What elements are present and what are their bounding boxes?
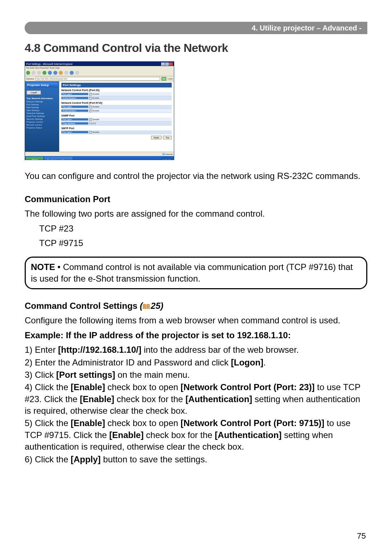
t: [Enable] xyxy=(109,430,144,440)
enable-label: Enable xyxy=(93,93,99,95)
sidebar-item-schedule-settings[interactable]: Schedule Settings xyxy=(26,112,58,114)
t: [Enable] xyxy=(71,418,105,428)
top-button[interactable]: Top xyxy=(163,136,172,139)
book-icon xyxy=(143,304,150,310)
comm-port-tcp9715: TCP #9715 xyxy=(39,237,367,249)
taskbar-task[interactable]: Port Settings - Micros... xyxy=(45,157,72,160)
enable-checkbox[interactable] xyxy=(89,110,92,112)
close-icon[interactable]: × xyxy=(169,62,173,66)
history-icon[interactable] xyxy=(64,71,68,75)
browser-menubar[interactable]: File Edit View Favorites Tools Help xyxy=(25,66,174,70)
enable-checkbox[interactable] xyxy=(89,97,92,99)
sidebar-item-datetime-settings[interactable]: Date/Time Settings xyxy=(26,115,58,117)
windows-taskbar: Start Port Settings - Micros... 9:42 AM xyxy=(25,156,174,160)
intro-paragraph: You can configure and control the projec… xyxy=(25,170,367,182)
sidebar-top-link[interactable]: Top: Network Information xyxy=(26,97,58,100)
note-box: NOTE • Command control is not available … xyxy=(25,257,367,290)
t: check box to open xyxy=(105,418,180,428)
go-button[interactable]: Go xyxy=(162,77,166,81)
ccs-heading-text: Command Control Settings xyxy=(25,301,140,311)
port-settings-panel: Port Settings Network Control Port1 (Por… xyxy=(59,81,174,152)
browser-statusbar: 🌐 Internet xyxy=(25,152,174,156)
section-ncport2: Network Control Port2 (Port:9715) xyxy=(61,102,172,104)
section-ncport1: Network Control Port1 (Port:23) xyxy=(61,89,172,91)
ccs-page-ref: 25 xyxy=(151,301,160,311)
t: [Authentication] xyxy=(215,430,282,440)
section-smtp: SMTP Port xyxy=(61,127,172,130)
step-1: 1) Enter [http://192.168.1.10/] into the… xyxy=(25,344,367,356)
taskbar-clock: 9:42 AM xyxy=(161,157,173,160)
t: on the main menu. xyxy=(115,370,189,380)
document-page: 4. Utilize projector – Advanced - 4.8 Co… xyxy=(0,0,392,556)
start-button[interactable]: Start xyxy=(26,157,43,160)
t: [Enable] xyxy=(80,394,114,404)
ncport1-port-open-row: Port openEnable xyxy=(61,92,172,96)
enable-label: Enable xyxy=(93,106,99,108)
row-label: Trap address xyxy=(61,122,88,124)
t: [Logon] xyxy=(231,357,263,367)
status-zone: 🌐 Internet xyxy=(162,153,173,155)
search-icon[interactable] xyxy=(53,71,57,75)
enable-checkbox[interactable] xyxy=(89,93,92,95)
row-label: Authentication xyxy=(61,110,88,112)
step-4: 4) Click the [Enable] check box to open … xyxy=(25,381,367,417)
t: [Authentication] xyxy=(185,394,252,404)
apply-button[interactable]: Apply xyxy=(151,136,162,139)
mail-icon[interactable] xyxy=(70,71,74,75)
address-label: Address xyxy=(26,78,34,80)
t: check box for the xyxy=(114,394,185,404)
logoff-button[interactable]: Logoff xyxy=(26,90,41,95)
forward-icon[interactable] xyxy=(32,71,36,75)
row-label: Port open xyxy=(61,118,88,120)
sidebar-item-remote-control[interactable]: Remote Control xyxy=(26,124,58,126)
back-icon[interactable] xyxy=(26,71,30,75)
sidebar-item-port-settings[interactable]: Port Settings xyxy=(26,103,58,106)
sidebar-item-mail-settings[interactable]: Mail Settings xyxy=(26,106,58,109)
comm-port-text: The following two ports are assigned for… xyxy=(25,208,367,220)
t: 5) Click the xyxy=(25,418,71,428)
enable-checkbox[interactable] xyxy=(89,131,92,134)
page-number: 75 xyxy=(357,531,366,541)
sidebar-item-security-settings[interactable]: Security Settings xyxy=(26,118,58,120)
step-3: 3) Click [Port settings] on the main men… xyxy=(25,369,367,381)
row-label: Port open xyxy=(61,106,88,108)
t: [Network Control Port (Port: 23)] xyxy=(181,382,315,392)
address-input[interactable]: http://192.168.1.10/admin/portset.html xyxy=(36,77,160,81)
home-icon[interactable] xyxy=(48,71,52,75)
maximize-icon[interactable]: □ xyxy=(165,62,169,66)
step-5: 5) Click the [Enable] check box to open … xyxy=(25,417,367,453)
embedded-browser-screenshot: Port Settings - Microsoft Internet Explo… xyxy=(25,61,174,160)
row-value: Enable xyxy=(88,110,101,112)
smtp-port-open-row: Port openEnable xyxy=(61,130,172,134)
sidebar-item-projector-status[interactable]: Projector Status xyxy=(26,127,58,129)
stop-icon[interactable] xyxy=(37,71,41,75)
t: [Enable] xyxy=(71,382,105,392)
row-label: Port open xyxy=(61,131,88,133)
sidebar-item-alert-settings[interactable]: Alert Settings xyxy=(26,109,58,111)
button-row: Apply Top xyxy=(61,136,172,139)
t: check box to open xyxy=(105,382,180,392)
address-bar-row: Address http://192.168.1.10/admin/portse… xyxy=(25,76,174,81)
enable-checkbox[interactable] xyxy=(89,106,92,108)
enable-label: Enable xyxy=(93,118,99,120)
links-label[interactable]: Links xyxy=(168,78,173,80)
sidebar-item-projector-control[interactable]: Projector Control xyxy=(26,121,58,123)
refresh-icon[interactable] xyxy=(42,71,46,75)
enable-label: Enable xyxy=(93,97,99,99)
sidebar-heading: Projector Setup xyxy=(26,83,58,87)
t: 4) Click the xyxy=(25,382,71,392)
t: 1) Enter xyxy=(25,345,58,355)
trap-address-value[interactable]: 0.0.0.0 xyxy=(88,122,97,124)
section-snmp: SNMP Port xyxy=(61,114,172,117)
row-value: Enable xyxy=(88,93,101,95)
minimize-icon[interactable]: _ xyxy=(161,62,165,66)
sidebar-item-network-settings[interactable]: Network Settings xyxy=(26,101,58,103)
ccs-example-bold: Example: If the IP address of the projec… xyxy=(25,330,291,340)
print-icon[interactable] xyxy=(75,71,79,75)
t: . xyxy=(264,357,266,367)
row-label: Authentication xyxy=(61,97,88,99)
enable-checkbox[interactable] xyxy=(89,118,92,121)
port-settings-title: Port Settings xyxy=(61,83,172,87)
step-2: 2) Enter the Administrator ID and Passwo… xyxy=(25,357,367,368)
favorites-icon[interactable] xyxy=(59,71,63,75)
